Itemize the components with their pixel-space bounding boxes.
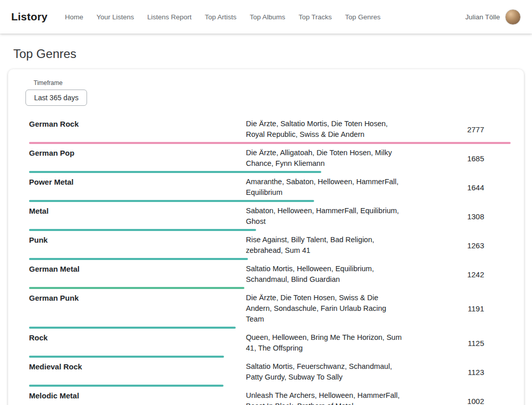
genre-listen-count: 1242 (406, 270, 511, 279)
genre-name: German Pop (29, 148, 246, 157)
page-title: Top Genres (13, 47, 532, 61)
genre-table: German Rock Die Ärzte, Saltatio Mortis, … (8, 115, 524, 405)
timeframe-label: Timeframe (34, 79, 511, 86)
genre-top-artists: Die Ärzte, Alligatoah, Die Toten Hosen, … (246, 148, 406, 169)
genre-row: Medieval Rock Saltatio Mortis, Feuerschw… (8, 358, 524, 387)
genre-row: German Rock Die Ärzte, Saltatio Mortis, … (8, 115, 524, 144)
genre-name: Punk (29, 235, 246, 244)
genre-listen-count: 1263 (406, 241, 511, 250)
genre-top-artists: Amaranthe, Sabaton, Helloween, HammerFal… (246, 177, 406, 198)
nav-item-your-listens[interactable]: Your Listens (96, 13, 134, 21)
nav-item-home[interactable]: Home (65, 13, 83, 21)
user-name: Julian Tölle (465, 13, 500, 21)
app-logo[interactable]: Listory (11, 11, 47, 23)
timeframe-select-button[interactable]: Last 365 days (25, 90, 87, 106)
nav-item-top-albums[interactable]: Top Albums (250, 13, 286, 21)
genre-row: Metal Sabaton, Helloween, HammerFall, Eq… (8, 202, 524, 231)
genre-name: Melodic Metal (29, 390, 246, 400)
genre-listen-count: 1308 (406, 212, 511, 221)
genre-row: German Metal Saltatio Mortis, Helloween,… (8, 260, 524, 289)
genre-listen-count: 1644 (406, 183, 511, 192)
genre-top-artists: Sabaton, Helloween, HammerFall, Equilibr… (246, 206, 406, 227)
nav-item-listens-report[interactable]: Listens Report (147, 13, 191, 21)
genre-top-artists: Die Ärzte, Saltatio Mortis, Die Toten Ho… (246, 119, 406, 140)
genre-listen-count: 1002 (406, 397, 511, 405)
nav-item-top-genres[interactable]: Top Genres (345, 13, 381, 21)
user-avatar[interactable] (505, 9, 521, 25)
nav-item-top-tracks[interactable]: Top Tracks (298, 13, 331, 21)
genre-name: Rock (29, 332, 246, 342)
user-menu[interactable]: Julian Tölle (465, 9, 521, 25)
genre-listen-count: 1685 (406, 154, 511, 163)
genre-name: German Punk (29, 293, 246, 302)
genre-row: German Punk Die Ärzte, Die Toten Hosen, … (8, 289, 524, 329)
genre-row: Punk Rise Against, Billy Talent, Bad Rel… (8, 231, 524, 260)
genre-name: German Metal (29, 264, 246, 273)
genre-listen-count: 2777 (406, 125, 511, 134)
main-nav: Home Your Listens Listens Report Top Art… (65, 13, 465, 21)
genre-top-artists: Unleash The Archers, Helloween, HammerFa… (246, 390, 406, 405)
genre-top-artists: Saltatio Mortis, Helloween, Equilibrium,… (246, 264, 406, 285)
genre-listen-count: 1191 (406, 304, 511, 313)
genre-name: Metal (29, 206, 246, 215)
genre-row: Rock Queen, Helloween, Bring Me The Hori… (8, 329, 524, 358)
genre-top-artists: Rise Against, Billy Talent, Bad Religion… (246, 235, 406, 256)
top-navigation-bar: Listory Home Your Listens Listens Report… (0, 0, 532, 34)
genre-top-artists: Queen, Helloween, Bring Me The Horizon, … (246, 332, 406, 354)
genre-row: Power Metal Amaranthe, Sabaton, Hellowee… (8, 173, 524, 202)
nav-item-top-artists[interactable]: Top Artists (205, 13, 236, 21)
genre-row: German Pop Die Ärzte, Alligatoah, Die To… (8, 144, 524, 173)
top-genres-card: Timeframe Last 365 days German Rock Die … (8, 69, 524, 405)
genre-top-artists: Die Ärzte, Die Toten Hosen, Swiss & Die … (246, 293, 406, 325)
timeframe-filter: Timeframe Last 365 days (8, 79, 524, 106)
genre-name: Power Metal (29, 177, 246, 186)
genre-name: Medieval Rock (29, 361, 246, 371)
genre-row: Melodic Metal Unleash The Archers, Hello… (8, 387, 524, 405)
genre-listen-count: 1125 (406, 339, 511, 348)
genre-name: German Rock (29, 119, 246, 128)
genre-top-artists: Saltatio Mortis, Feuerschwanz, Schandmau… (246, 361, 406, 383)
genre-listen-count: 1123 (406, 368, 511, 377)
